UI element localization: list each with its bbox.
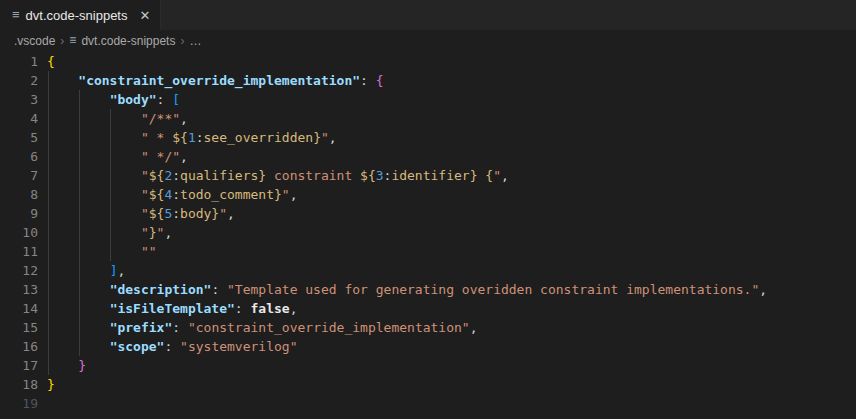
token-str: "/**": [141, 111, 180, 126]
line-content: "": [38, 242, 157, 261]
line-content: "isFileTemplate": false,: [38, 299, 297, 318]
snippet-file-icon: ≡: [12, 8, 20, 21]
token-pn: [47, 358, 78, 373]
token-pn: ,: [290, 301, 298, 316]
line-number: 1: [0, 52, 38, 71]
token-ph: ${: [149, 206, 165, 221]
token-pn: ,: [227, 206, 235, 221]
code-line[interactable]: 2 "constraint_override_implementation": …: [0, 71, 856, 90]
token-key: "isFileTemplate": [110, 301, 235, 316]
token-key: "prefix": [110, 320, 173, 335]
token-str: "": [141, 244, 157, 259]
code-line[interactable]: 14 "isFileTemplate": false,: [0, 299, 856, 318]
token-pn: [47, 225, 141, 240]
token-str: " *: [141, 130, 172, 145]
line-content: "body": [: [38, 90, 180, 109]
token-str: constraint: [266, 168, 360, 183]
line-content: " */",: [38, 147, 188, 166]
code-line[interactable]: 19: [0, 394, 856, 413]
chevron-right-icon: ›: [60, 34, 64, 48]
line-content: "${2:qualifiers} constraint ${3:identifi…: [38, 166, 509, 185]
token-str: "constraint_override_implementation": [188, 320, 470, 335]
token-ph: todo_comment}: [180, 187, 282, 202]
token-ph: body}: [180, 206, 219, 221]
token-pn: ,: [470, 320, 478, 335]
code-line[interactable]: 16 "scope": "systemverilog": [0, 337, 856, 356]
token-pn: :: [172, 206, 180, 221]
line-number: 14: [0, 299, 38, 318]
code-line[interactable]: 5 " * ${1:see_overridden}",: [0, 128, 856, 147]
token-ph: ${: [360, 168, 376, 183]
code-line[interactable]: 15 "prefix": "constraint_override_implem…: [0, 318, 856, 337]
token-ph: see_overridden: [204, 130, 314, 145]
line-number: 7: [0, 166, 38, 185]
line-content: " * ${1:see_overridden}",: [38, 128, 337, 147]
code-line[interactable]: 9 "${5:body}",: [0, 204, 856, 223]
code-line[interactable]: 18}: [0, 375, 856, 394]
breadcrumb-symbol-ellipsis[interactable]: …: [189, 34, 201, 48]
line-number: 4: [0, 109, 38, 128]
line-number: 6: [0, 147, 38, 166]
chevron-right-icon: ›: [180, 34, 184, 48]
code-line[interactable]: 13 "description": "Template used for gen…: [0, 280, 856, 299]
token-pn: :: [164, 339, 180, 354]
breadcrumb: .vscode › ≡ dvt.code-snippets › …: [0, 30, 856, 52]
token-pn: ,: [117, 263, 125, 278]
token-pn: :: [172, 187, 180, 202]
token-key: "scope": [110, 339, 165, 354]
snippet-file-icon: ≡: [69, 34, 76, 46]
code-line[interactable]: 11 "": [0, 242, 856, 261]
token-pn: ,: [180, 111, 188, 126]
code-editor[interactable]: 1{2 "constraint_override_implementation"…: [0, 52, 856, 419]
line-content: "/**",: [38, 109, 188, 128]
code-line[interactable]: 8 "${4:todo_comment}",: [0, 185, 856, 204]
code-line[interactable]: 6 " */",: [0, 147, 856, 166]
code-line[interactable]: 1{: [0, 52, 856, 71]
token-pn: [47, 301, 110, 316]
code-line[interactable]: 7 "${2:qualifiers} constraint ${3:identi…: [0, 166, 856, 185]
token-str: "systemverilog": [180, 339, 297, 354]
line-content: "${4:todo_comment}",: [38, 185, 297, 204]
code-line[interactable]: 3 "body": [: [0, 90, 856, 109]
token-pn: [47, 73, 78, 88]
token-pn: [47, 206, 141, 221]
breadcrumb-file[interactable]: dvt.code-snippets: [81, 34, 175, 48]
token-key: "constraint_override_implementation": [78, 73, 360, 88]
token-pn: :: [211, 282, 227, 297]
token-pn: :: [360, 73, 376, 88]
token-pn: ,: [759, 282, 767, 297]
token-b1: }: [47, 377, 55, 392]
token-str: ": [141, 206, 149, 221]
token-ph: {: [485, 168, 493, 183]
token-pn: ,: [180, 149, 188, 164]
token-b3: [: [172, 92, 180, 107]
tab-dvt-code-snippets[interactable]: ≡ dvt.code-snippets ✕: [0, 0, 161, 30]
token-pn: :: [235, 301, 251, 316]
code-line[interactable]: 10 "}",: [0, 223, 856, 242]
token-pn: ,: [501, 168, 509, 183]
token-pn: ,: [164, 225, 172, 240]
token-pn: [47, 244, 141, 259]
line-content: [38, 394, 47, 413]
token-str: ": [282, 187, 290, 202]
token-str: ": [219, 206, 227, 221]
line-content: "}",: [38, 223, 172, 242]
line-content: {: [38, 52, 55, 71]
token-bool: false: [251, 301, 290, 316]
token-ph: identifier}: [391, 168, 477, 183]
code-line[interactable]: 17 }: [0, 356, 856, 375]
code-line[interactable]: 12 ],: [0, 261, 856, 280]
token-b1: {: [47, 54, 55, 69]
token-ph: ${: [149, 168, 165, 183]
token-pn: [47, 320, 110, 335]
line-content: }: [38, 356, 86, 375]
token-ph: }: [149, 225, 157, 240]
code-line[interactable]: 4 "/**",: [0, 109, 856, 128]
line-number: 5: [0, 128, 38, 147]
token-pn: :: [172, 168, 180, 183]
breadcrumb-folder[interactable]: .vscode: [14, 34, 55, 48]
token-ph: ${: [172, 130, 188, 145]
close-tab-icon[interactable]: ✕: [140, 8, 151, 23]
line-content: "prefix": "constraint_override_implement…: [38, 318, 478, 337]
token-str: ": [493, 168, 501, 183]
